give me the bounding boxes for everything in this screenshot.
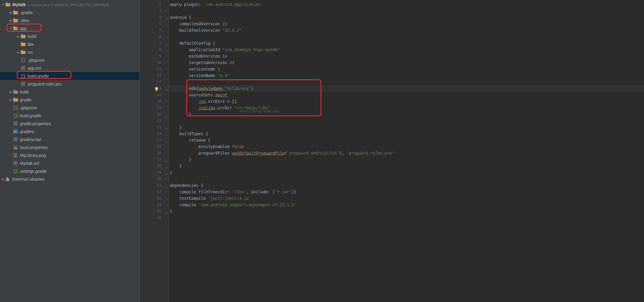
- tree-item-app-iml[interactable]: app.iml: [0, 64, 140, 72]
- tree-item-proguard-rules-pro[interactable]: proguard-rules.pro: [0, 80, 140, 88]
- code-line[interactable]: }: [169, 169, 644, 176]
- line-number: 21: [140, 118, 168, 124]
- code-line[interactable]: applicationId "com.zhangyp.higo.myndk": [169, 46, 644, 53]
- code-line[interactable]: testCompile 'junit:junit:4.12': [169, 195, 644, 202]
- line-number: 23⊟: [140, 130, 168, 137]
- token-str: "23.0.2": [222, 28, 242, 33]
- code-area[interactable]: apply plugin: 'com.android.application'a…: [169, 0, 644, 302]
- code-line[interactable]: targetSdkVersion 23: [169, 59, 644, 66]
- fold-close-icon[interactable]: ⊟: [164, 210, 167, 213]
- code-line[interactable]: }: [169, 156, 644, 163]
- code-line[interactable]: [169, 118, 644, 124]
- token-ident: proguardFiles: [199, 151, 232, 155]
- tree-item-gradlew[interactable]: >_gradlew: [0, 127, 140, 135]
- tree-item-build[interactable]: ▶build: [0, 88, 140, 96]
- tree-item--gitignore[interactable]: .gitignore: [0, 104, 140, 112]
- fold-close-icon[interactable]: ⊟: [164, 113, 167, 116]
- folder-icon: [13, 11, 18, 14]
- code-line[interactable]: }: [169, 163, 644, 169]
- code-line[interactable]: minSdkVersion 16: [169, 53, 644, 59]
- code-line[interactable]: release {: [169, 137, 644, 143]
- code-line[interactable]: apply plugin: 'com.android.application': [169, 1, 644, 8]
- gradle-icon: [13, 169, 18, 174]
- folder-grey-icon: [13, 90, 18, 94]
- code-line[interactable]: compile fileTree(dir: 'libs', include: […: [169, 189, 644, 195]
- tree-item-build[interactable]: ▶build: [0, 32, 140, 40]
- tree-item-settings-gradle[interactable]: settings.gradle: [0, 167, 140, 175]
- code-line[interactable]: versionName "1.0": [169, 72, 644, 79]
- tree-item-src[interactable]: ▶src: [0, 48, 140, 56]
- tree-item--gitignore[interactable]: .gitignore: [0, 56, 140, 64]
- code-line[interactable]: [169, 8, 644, 14]
- token-fn: getDefaultProguardFile: [232, 151, 284, 155]
- tree-item-gradle-properties[interactable]: gradle.properties: [0, 120, 140, 127]
- code-line[interactable]: [169, 33, 644, 40]
- gradle-icon: [13, 113, 18, 118]
- token-ident: minSdkVersion: [189, 54, 222, 58]
- line-number: 33: [140, 195, 168, 202]
- svg-rect-43: [15, 147, 16, 149]
- fold-open-icon[interactable]: ⊟: [164, 184, 167, 187]
- fold-plus-icon[interactable]: ⊞: [164, 87, 167, 90]
- code-line[interactable]: [169, 214, 644, 221]
- token-dim: }: [251, 86, 253, 91]
- token-ident: defaultConfig {: [180, 41, 215, 46]
- fold-open-icon[interactable]: ⊟: [164, 16, 167, 19]
- fold-open-icon[interactable]: ⊟: [164, 132, 167, 135]
- file-icon: [21, 58, 26, 62]
- code-line[interactable]: sourceSets.main{: [169, 92, 644, 98]
- code-line[interactable]: android {: [169, 14, 644, 21]
- token-ident: .srcDirs = []: [206, 99, 237, 104]
- token-ident: }: [189, 157, 191, 162]
- file-text-icon: [13, 121, 18, 126]
- tree-item-gradle[interactable]: ▶gradle: [0, 96, 140, 104]
- code-editor[interactable]: 123⊟4567⊟891011121314⊞💡17181920⊟2122⊟23⊟…: [140, 0, 644, 302]
- code-line[interactable]: compileSdkVersion 23: [169, 21, 644, 27]
- code-line[interactable]: }: [169, 208, 644, 214]
- tree-item-build-gradle[interactable]: build.gradle: [0, 112, 140, 120]
- line-number: 25: [140, 143, 168, 150]
- tree-item-libs[interactable]: libs: [0, 40, 140, 48]
- code-line[interactable]: jni.srcDirs = []: [169, 98, 644, 105]
- tree-item-myndk-iml[interactable]: MyNdk.iml: [0, 159, 140, 167]
- tree-item-app[interactable]: ▼app: [0, 24, 140, 32]
- file-text-icon: [13, 137, 18, 142]
- fold-close-icon[interactable]: ⊟: [164, 165, 167, 167]
- code-line[interactable]: [169, 79, 644, 85]
- code-line[interactable]: buildToolsVersion "23.0.2": [169, 27, 644, 33]
- fold-open-icon[interactable]: ⊟: [164, 42, 167, 45]
- code-line[interactable]: proguardFiles getDefaultProguardFile('pr…: [169, 150, 644, 156]
- code-line[interactable]: }: [169, 124, 644, 130]
- tree-item-mylibrary-png[interactable]: MyLibrary.png: [0, 151, 140, 159]
- line-number: 8: [140, 46, 168, 53]
- code-line[interactable]: versionCode 1: [169, 66, 644, 72]
- tree-item--gradle[interactable]: ▶.gradle: [0, 9, 140, 16]
- token-ident: compile fileTree(dir:: [180, 189, 232, 194]
- tree-item-local-properties[interactable]: local.properties: [0, 143, 140, 151]
- code-line[interactable]: dependencies {: [169, 182, 644, 189]
- code-line[interactable]: defaultConfig {: [169, 40, 644, 46]
- code-line[interactable]: minifyEnabled false: [169, 143, 644, 150]
- tree-item-gradlew-bat[interactable]: gradlew.bat: [0, 135, 140, 143]
- fold-close-icon[interactable]: ⊟: [164, 158, 167, 161]
- token-ident: .srcDir: [215, 105, 234, 110]
- fold-open-icon[interactable]: ⊟: [164, 139, 167, 142]
- code-line[interactable]: [169, 176, 644, 182]
- project-root[interactable]: ▼ MyNdk(~/cocos2d-x-3.10/NEW_PROJECTS_DI…: [0, 1, 140, 9]
- fold-close-icon[interactable]: ⊟: [164, 171, 167, 174]
- tree-item-label: MyLibrary.png: [20, 153, 140, 158]
- line-number: 13: [140, 79, 168, 85]
- file-text-icon: [21, 82, 26, 86]
- svg-rect-15: [21, 58, 25, 62]
- fold-close-icon[interactable]: ⊟: [164, 126, 167, 129]
- code-line[interactable]: buildTypes {: [169, 130, 644, 137]
- code-line[interactable]: ndk{moduleName "mylibrary"}: [169, 85, 644, 92]
- external-libraries[interactable]: ▶ External Libraries: [0, 175, 140, 183]
- token-und: main: [215, 93, 225, 97]
- code-line[interactable]: compile 'com.android.support:appcompat-v…: [169, 202, 644, 208]
- tree-item-build-gradle[interactable]: build.gradle: [0, 72, 140, 80]
- tree-item--idea[interactable]: ▶.idea: [0, 16, 140, 24]
- tree-item-label: build: [28, 34, 140, 39]
- line-number: 5: [140, 27, 168, 33]
- token-ident: }: [180, 125, 182, 130]
